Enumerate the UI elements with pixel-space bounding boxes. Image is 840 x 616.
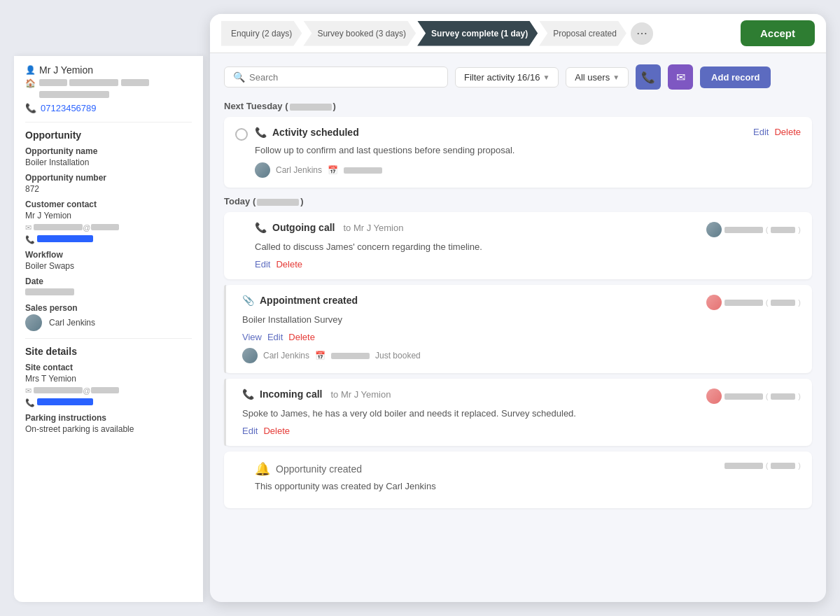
pipeline-step-survey-booked[interactable]: Survey booked (3 days) (303, 21, 416, 46)
accept-button-label: Accept (760, 27, 795, 39)
call-type-icon-outgoing: 📞 (255, 222, 267, 233)
users-chevron-icon: ▼ (612, 74, 620, 81)
address-redacted (39, 78, 149, 100)
pipeline-step-survey-booked-label: Survey booked (3 days) (317, 29, 406, 38)
date-ts-outgoing (724, 227, 763, 233)
call-type-icon-scheduled: 📞 (255, 127, 267, 138)
sales-person-name: Carl Jenkins (49, 318, 95, 328)
activity-card-opportunity-created: 🔔 Opportunity created ( ) This opportuni… (224, 451, 812, 508)
opportunity-number-value: 872 (25, 184, 192, 194)
users-label: All users (575, 72, 610, 83)
contact-name-text: Mr J Yemion (39, 64, 93, 76)
email-icon-button[interactable]: ✉ (668, 64, 693, 90)
site-contact-value: Mrs T Yemion ✉ @ 📞 (25, 374, 192, 407)
delete-link-scheduled[interactable]: Delete (774, 127, 801, 137)
accept-button[interactable]: Accept (741, 20, 815, 46)
search-input[interactable] (249, 72, 439, 83)
activity-type-opp-created: Opportunity created (276, 463, 362, 475)
pipeline-step-survey-complete-label: Survey complete (1 day) (431, 29, 528, 38)
activity-description-incoming: Spoke to James, he has a very old boiler… (242, 408, 801, 419)
activity-type-incoming: Incoming call (260, 388, 322, 400)
user-avatar-appointment-footer (242, 348, 258, 363)
main-content: Enquiry (2 days) Survey booked (3 days) … (210, 14, 826, 602)
workflow-label: Workflow (25, 250, 192, 260)
call-type-icon-incoming: 📞 (242, 388, 254, 400)
delete-link-appointment[interactable]: Delete (288, 332, 315, 342)
activity-card-scheduled: 📞 Activity scheduled Edit Delete Follow … (224, 117, 812, 188)
left-bar-appointment (224, 285, 226, 373)
edit-link-incoming[interactable]: Edit (242, 426, 258, 436)
phone-icon: 📞 (25, 103, 36, 113)
main-container: 📍 + − 👤 Mr J Yemion 🏠 📞 07123456789 (14, 14, 826, 602)
activity-title-row-opp-created: 🔔 Opportunity created (255, 461, 718, 477)
home-icon: 🏠 (25, 78, 35, 88)
calendar-icon-scheduled: 📅 (328, 165, 338, 175)
timestamp-incoming: ( ) (706, 388, 801, 404)
edit-link-scheduled[interactable]: Edit (753, 127, 769, 137)
pipeline-step-enquiry[interactable]: Enquiry (2 days) (221, 21, 302, 46)
add-record-button[interactable]: Add record (700, 66, 771, 88)
pipeline-step-proposal-label: Proposal created (553, 29, 617, 38)
user-avatar-scheduled (255, 162, 270, 178)
date-ts-opp-created (724, 463, 763, 469)
user-name-scheduled: Carl Jenkins (276, 165, 322, 175)
person-icon: 👤 (25, 65, 35, 75)
contact-phone[interactable]: 📞 07123456789 (25, 103, 192, 113)
edit-link-outgoing[interactable]: Edit (255, 259, 270, 270)
activity-radio-scheduled[interactable] (235, 128, 248, 141)
date-redacted-scheduled (344, 167, 382, 174)
time-ts-appointment (771, 300, 795, 306)
phone-number[interactable]: 07123456789 (41, 103, 97, 113)
all-users-button[interactable]: All users ▼ (566, 67, 629, 88)
calendar-icon-appointment: 📅 (315, 351, 326, 360)
activity-title-row-scheduled: 📞 Activity scheduled (255, 127, 746, 138)
date-group-today: Today () (224, 196, 812, 206)
activity-description-scheduled: Follow up to confirm and last questions … (255, 145, 801, 155)
activity-actions-scheduled: Edit Delete (753, 127, 801, 137)
activity-card-incoming-call: 📞 Incoming call to Mr J Yemion ( ) Spoke… (224, 379, 812, 446)
edit-link-appointment[interactable]: Edit (267, 332, 283, 342)
call-icon-button[interactable]: 📞 (636, 64, 661, 90)
divider-1 (25, 122, 192, 122)
activity-card-appointment-header: 📎 Appointment created ( ) (235, 295, 801, 310)
delete-link-incoming[interactable]: Delete (263, 426, 290, 436)
user-avatar-incoming (706, 388, 722, 404)
site-contact-label: Site contact (25, 363, 192, 372)
date-label: Date (25, 276, 192, 286)
activity-title-row-incoming: 📞 Incoming call to Mr J Yemion (242, 388, 699, 400)
pipeline-header: Enquiry (2 days) Survey booked (3 days) … (210, 14, 826, 53)
activity-description-opp-created: This opportunity was created by Carl Jen… (255, 481, 801, 491)
filter-activity-button[interactable]: Filter activity 16/16 ▼ (455, 67, 559, 88)
view-link-appointment[interactable]: View (242, 332, 262, 342)
pipeline-more-button[interactable]: ⋯ (631, 22, 653, 45)
activity-title-row-appointment: 📎 Appointment created (242, 295, 699, 306)
activity-title-row-outgoing: 📞 Outgoing call to Mr J Yemion (255, 222, 699, 233)
activity-type-appointment: Appointment created (260, 295, 358, 306)
delete-link-outgoing[interactable]: Delete (276, 259, 302, 270)
just-booked-badge: Just booked (375, 351, 421, 360)
date-redacted-appointment (331, 353, 370, 359)
pipeline-step-survey-complete[interactable]: Survey complete (1 day) (417, 21, 538, 46)
parking-value: On-street parking is available (25, 424, 192, 434)
activity-actions-outgoing: Edit Delete (255, 259, 801, 270)
sales-person-value: Carl Jenkins (25, 314, 192, 331)
date-redacted-tuesday (290, 104, 332, 111)
email-icon-site: ✉ (25, 386, 31, 395)
pipeline-step-proposal[interactable]: Proposal created (539, 21, 626, 46)
date-redacted-today (257, 199, 299, 206)
sales-person-avatar (25, 314, 42, 331)
divider-2 (25, 338, 192, 339)
contact-address: 🏠 (25, 78, 192, 100)
activity-card-appointment: 📎 Appointment created ( ) Boiler Install… (224, 285, 812, 373)
site-details-section-title: Site details (25, 346, 192, 357)
appointment-type-icon: 📎 (242, 295, 254, 306)
search-box[interactable]: 🔍 (224, 66, 448, 88)
time-ts-incoming (771, 393, 795, 400)
activity-actions-incoming: Edit Delete (242, 426, 801, 436)
sidebar: 👤 Mr J Yemion 🏠 📞 07123456789 Opportunit… (14, 56, 203, 602)
phone-icon-btn: 📞 (641, 71, 655, 84)
activity-card-scheduled-header: 📞 Activity scheduled Edit Delete (235, 127, 801, 141)
activity-description-appointment: Boiler Installation Survey (242, 314, 801, 325)
opportunity-name-value: Boiler Installation (25, 158, 192, 167)
activity-area: 🔍 Filter activity 16/16 ▼ All users ▼ 📞 … (210, 53, 826, 602)
